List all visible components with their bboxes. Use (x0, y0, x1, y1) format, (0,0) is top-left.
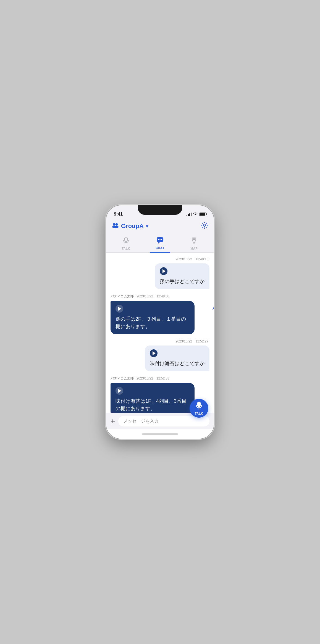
message-text: 味付け海苔は1F、4列目、3番目の棚にあります。 (116, 397, 190, 412)
tab-talk[interactable]: TALK (109, 234, 143, 252)
group-icon (112, 222, 119, 230)
svg-point-9 (159, 239, 161, 240)
group-name: GroupA (121, 222, 144, 230)
chat-scroll-area[interactable]: 2023/10/22 12:48:16 孫の手はどこですか バディコム太郎 20… (106, 253, 214, 413)
home-bar (142, 433, 178, 435)
svg-point-10 (161, 239, 162, 240)
message-timestamp: 2023/10/22 12:52:33 (137, 376, 171, 381)
sender-info: バディコム太郎 2023/10/22 12:48:30 (111, 294, 171, 300)
wifi-icon (193, 212, 198, 216)
chevron-down-icon: ▾ (146, 224, 148, 229)
message-bubble-outgoing[interactable]: 孫の手はどこですか (155, 263, 209, 289)
message-timestamp: 2023/10/22 12:48:16 (175, 257, 209, 262)
svg-point-1 (116, 223, 118, 226)
battery-icon (199, 213, 206, 216)
tab-map-label: MAP (190, 247, 198, 250)
tab-talk-label: TALK (122, 247, 130, 250)
message-bubble-incoming[interactable]: 孫の手は2F、３列目、１番目の棚にあります。 (111, 301, 195, 334)
status-icons (187, 212, 206, 216)
play-button[interactable] (160, 267, 167, 275)
play-button[interactable] (150, 349, 158, 357)
group-title[interactable]: GroupA ▾ (112, 222, 148, 230)
message-text: 味付け海苔はどこですか (150, 360, 204, 367)
sender-info: バディコム太郎 2023/10/22 12:52:33 (111, 376, 171, 382)
status-time: 9:41 (114, 212, 123, 217)
svg-point-11 (193, 238, 195, 240)
svg-line-12 (213, 308, 214, 309)
message-input[interactable] (118, 416, 209, 426)
app-content: GroupA ▾ TALK (106, 219, 214, 439)
talk-fab-button[interactable]: TALK (190, 399, 208, 418)
notch (138, 205, 182, 215)
message-timestamp: 2023/10/22 12:48:30 (137, 294, 171, 299)
svg-point-4 (203, 224, 206, 226)
message-timestamp: 2023/10/22 12:52:27 (175, 339, 209, 344)
svg-rect-5 (125, 237, 127, 242)
svg-rect-13 (197, 402, 201, 407)
message-row: バディコム太郎 2023/10/22 12:48:30 孫の手は2F、３列目、１… (111, 294, 209, 334)
tab-bar: TALK CHAT (106, 234, 214, 253)
message-row: 2023/10/22 12:48:16 孫の手はどこですか (111, 257, 209, 289)
add-attachment-button[interactable]: + (111, 417, 115, 425)
svg-point-0 (113, 223, 116, 226)
message-text: 孫の手はどこですか (160, 278, 204, 285)
svg-point-3 (115, 226, 119, 228)
map-icon (192, 237, 196, 246)
message-bubble-incoming[interactable]: 味付け海苔は1F、4列目、3番目の棚にあります。 (111, 383, 195, 413)
sender-name: バディコム太郎 (111, 294, 134, 299)
phone-frame: 9:41 (106, 205, 214, 439)
chat-icon (156, 237, 164, 245)
message-row: 2023/10/22 12:52:27 味付け海苔はどこですか (111, 339, 209, 371)
svg-point-8 (158, 239, 159, 240)
message-bubble-outgoing[interactable]: 味付け海苔はどこですか (145, 345, 209, 371)
talk-fab-mic-icon (195, 401, 203, 411)
signal-icon (187, 212, 192, 216)
pin-icon (212, 304, 214, 311)
tab-chat[interactable]: CHAT (143, 234, 177, 252)
message-text: 孫の手は2F、３列目、１番目の棚にあります。 (116, 315, 190, 330)
header: GroupA ▾ (106, 219, 214, 234)
mic-icon (123, 237, 129, 246)
settings-icon[interactable] (201, 221, 208, 231)
tab-map[interactable]: MAP (177, 234, 211, 252)
tab-chat-label: CHAT (156, 246, 164, 250)
play-button[interactable] (116, 387, 123, 395)
play-button[interactable] (116, 305, 123, 313)
talk-fab-label: TALK (195, 412, 203, 415)
sender-name: バディコム太郎 (111, 376, 134, 381)
home-indicator (106, 429, 214, 439)
